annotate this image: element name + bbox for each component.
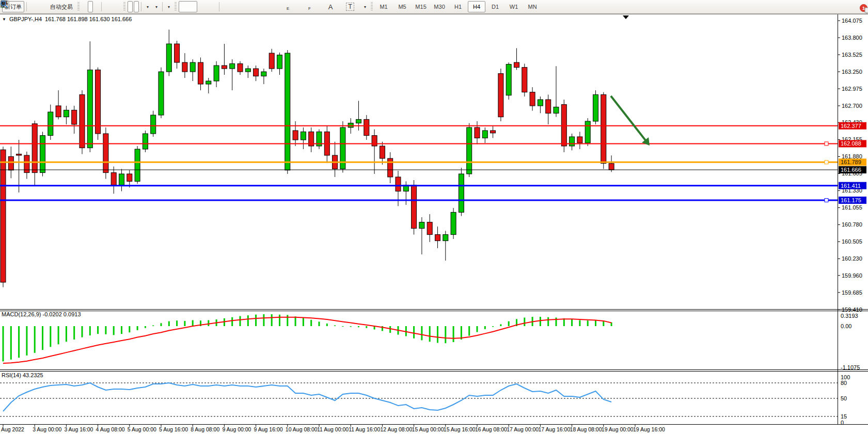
line-handle-161.789[interactable] — [825, 160, 828, 164]
candle-bull — [206, 81, 211, 84]
macd-histogram-bar — [161, 323, 162, 326]
macd-histogram-bar — [271, 314, 273, 326]
channel-tool-button[interactable]: E — [278, 1, 299, 12]
text-tool-button[interactable]: A — [322, 1, 339, 12]
auto-scroll-button[interactable] — [128, 1, 133, 12]
candle-bear — [17, 154, 22, 155]
time-axis-label: 15 Aug 16:00 — [444, 426, 476, 432]
time-axis-label: 3 Aug 00:00 — [33, 426, 61, 432]
chart-canvas[interactable]: 164.075163.800163.525163.250162.975162.7… — [0, 0, 868, 435]
macd-histogram-bar — [389, 326, 391, 333]
time-axis-label: 19 Aug 16:00 — [633, 426, 665, 432]
rsi-axis-label: 15 — [841, 413, 847, 420]
candle-bull — [261, 72, 266, 76]
toolbar-grip[interactable] — [123, 2, 125, 11]
time-axis-label: 17 Aug 16:00 — [538, 426, 570, 432]
autotrade-button[interactable]: 自动交易 — [48, 1, 75, 12]
price-axis-label: 163.250 — [842, 69, 862, 75]
timeframe-MN[interactable]: MN — [524, 1, 541, 12]
macd-histogram-bar — [579, 320, 580, 326]
chart-collapse-icon: ▼ — [2, 17, 6, 22]
rsi-label: RSI(14) 43.2325 — [2, 372, 43, 378]
timeframe-H4[interactable]: H4 — [468, 1, 485, 12]
arrows-tool-button[interactable]: ▾ — [361, 1, 369, 12]
time-axis-label: 11 Aug 00:00 — [317, 426, 349, 432]
timeframe-W1[interactable]: W1 — [505, 1, 523, 12]
macd-histogram-bar — [184, 321, 185, 326]
macd-histogram-bar — [547, 317, 549, 326]
chevron-down-icon: ▾ — [168, 5, 170, 9]
timeframe-M30[interactable]: M30 — [431, 1, 448, 12]
macd-histogram-bar — [358, 326, 359, 327]
terminal-button[interactable] — [41, 1, 46, 12]
candle-bear — [96, 70, 101, 134]
chart-background — [0, 14, 868, 435]
indicators-button[interactable]: ▾ — [165, 1, 172, 12]
macd-histogram-bar — [168, 321, 170, 326]
price-badge-value: 162.088 — [841, 140, 861, 147]
price-badge-value: 161.666 — [841, 167, 861, 173]
macd-histogram-bar — [421, 326, 422, 340]
candle-bull — [143, 134, 148, 149]
periods-button[interactable]: ▾ — [152, 1, 160, 12]
timeframe-D1[interactable]: D1 — [486, 1, 504, 12]
time-axis-label: 4 Aug 08:00 — [96, 426, 125, 432]
channel-tool-sub-label: E — [287, 6, 289, 11]
candle-bull — [245, 69, 250, 72]
toolbar-grip[interactable] — [175, 2, 177, 11]
macd-histogram-bar — [556, 317, 557, 326]
candle-bear — [396, 177, 401, 191]
macd-histogram-bar — [255, 315, 257, 326]
tile-windows-button[interactable] — [116, 1, 121, 12]
timeframe-M5[interactable]: M5 — [393, 1, 411, 12]
toolbar-grip[interactable] — [77, 2, 80, 11]
timeframe-M15[interactable]: M15 — [412, 1, 430, 12]
rsi-axis-label: 50 — [841, 395, 847, 401]
macd-histogram-bar — [524, 317, 525, 326]
macd-histogram-bar — [3, 326, 4, 361]
macd-histogram-bar — [58, 326, 59, 344]
macd-histogram-bar — [137, 326, 138, 330]
crosshair-tool-button[interactable] — [198, 1, 217, 12]
macd-values: -0.0202 0.0913 — [42, 311, 81, 317]
chart-shift-button[interactable] — [134, 1, 139, 12]
macd-histogram-bar — [97, 326, 99, 334]
cursor-tool-button[interactable] — [179, 1, 197, 12]
line-handle-161.175[interactable] — [825, 199, 828, 202]
candlestick-chart-button[interactable] — [88, 1, 93, 12]
macd-histogram-bar — [82, 326, 83, 337]
candle-bull — [570, 137, 575, 146]
line-handle-162.088[interactable] — [825, 142, 828, 146]
market-watch-button[interactable] — [29, 1, 34, 12]
timeframe-H1[interactable]: H1 — [449, 1, 467, 12]
price-badge-value: 161.789 — [841, 159, 861, 165]
search-icon[interactable] — [0, 0, 8, 8]
line-chart-button[interactable] — [94, 1, 99, 12]
navigator-button[interactable] — [35, 1, 40, 12]
macd-histogram-bar — [366, 326, 367, 328]
fibonacci-tool-sub-label: F — [308, 6, 311, 11]
candle-bull — [585, 121, 590, 143]
macd-histogram-bar — [342, 326, 343, 327]
fibonacci-tool-button[interactable]: F — [300, 1, 321, 12]
candle-bear — [56, 106, 61, 117]
candle-bull — [135, 149, 140, 181]
macd-histogram-bar — [113, 326, 115, 335]
rsi-value: 43.2325 — [23, 372, 43, 378]
timeframe-M1[interactable]: M1 — [375, 1, 392, 12]
zoom-in-button[interactable] — [104, 1, 109, 12]
macd-histogram-bar — [247, 315, 249, 326]
time-axis-label: 10 Aug 08:00 — [286, 426, 318, 432]
toolbar-grip[interactable] — [371, 2, 373, 11]
bar-chart-button[interactable] — [82, 1, 87, 12]
zoom-out-button[interactable] — [110, 1, 115, 12]
macd-histogram-bar — [34, 326, 36, 353]
trendline-tool-button[interactable] — [259, 1, 277, 12]
label-tool-button[interactable]: T — [340, 1, 360, 12]
time-axis-label: Aug 2022 — [1, 426, 24, 432]
new-chart-button[interactable]: ▾ — [144, 1, 151, 12]
macd-histogram-bar — [208, 320, 209, 326]
horizontal-line-tool-button[interactable] — [239, 1, 258, 12]
vertical-line-tool-button[interactable] — [222, 1, 238, 12]
time-axis-label: 11 Aug 16:00 — [349, 426, 380, 432]
